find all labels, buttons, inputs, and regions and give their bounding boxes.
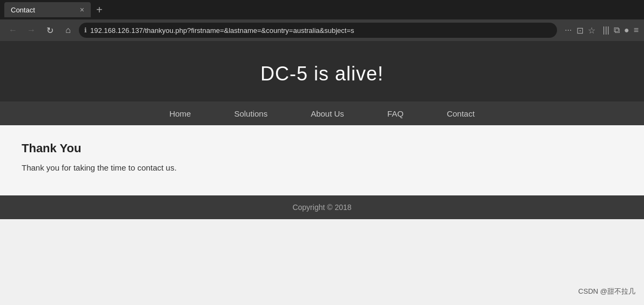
back-icon: ← (9, 25, 17, 35)
website: DC-5 is alive! Home Solutions About Us F… (0, 41, 644, 305)
menu-icon[interactable]: ≡ (634, 25, 639, 35)
below-fold (0, 219, 644, 305)
forward-button[interactable]: → (24, 23, 39, 38)
home-icon: ⌂ (65, 25, 71, 35)
new-tab-button[interactable]: + (93, 4, 106, 16)
tab-bar: Contact × + (0, 0, 644, 19)
tab-close-button[interactable]: × (80, 5, 84, 14)
address-bar-container[interactable]: ℹ (79, 23, 557, 38)
site-header: DC-5 is alive! (0, 41, 644, 101)
footer-copyright: Copyright © 2018 (292, 203, 351, 212)
sidebar-icon[interactable]: ||| (603, 25, 609, 35)
tab-view-icon[interactable]: ⧉ (614, 25, 620, 35)
site-title: DC-5 is alive! (0, 63, 644, 85)
back-button[interactable]: ← (5, 23, 21, 38)
nav-home[interactable]: Home (147, 103, 212, 125)
more-options-icon[interactable]: ··· (565, 25, 572, 35)
content-heading: Thank You (22, 141, 622, 155)
nav-contact[interactable]: Contact (425, 103, 497, 125)
nav-solutions[interactable]: Solutions (212, 103, 289, 125)
nav-bar: ← → ↻ ⌂ ℹ ··· ⊡ ☆ ||| ⧉ ● ≡ (0, 19, 644, 41)
address-input[interactable] (90, 26, 552, 35)
active-tab[interactable]: Contact × (4, 2, 91, 17)
nav-faq[interactable]: FAQ (366, 103, 425, 125)
account-icon[interactable]: ● (624, 25, 629, 35)
nav-right-icons: ||| ⧉ ● ≡ (603, 25, 639, 35)
pocket-icon[interactable]: ⊡ (576, 25, 583, 36)
watermark: CSDN @甜不拉几 (578, 287, 635, 296)
tab-title: Contact (11, 6, 35, 14)
lock-icon: ℹ (84, 26, 87, 34)
site-nav: Home Solutions About Us FAQ Contact (0, 101, 644, 125)
nav-about-us[interactable]: About Us (289, 103, 366, 125)
content-body: Thank you for taking the time to contact… (22, 163, 622, 172)
bookmark-icon[interactable]: ☆ (588, 25, 595, 36)
site-footer: Copyright © 2018 (0, 195, 644, 219)
site-content: Thank You Thank you for taking the time … (0, 125, 644, 195)
home-button[interactable]: ⌂ (61, 23, 76, 38)
forward-icon: → (27, 25, 36, 35)
browser-chrome: Contact × + ← → ↻ ⌂ ℹ ··· ⊡ ☆ ||| ⧉ (0, 0, 644, 41)
nav-extra-icons: ··· ⊡ ☆ (565, 25, 595, 36)
reload-button[interactable]: ↻ (42, 23, 57, 38)
reload-icon: ↻ (46, 25, 53, 36)
